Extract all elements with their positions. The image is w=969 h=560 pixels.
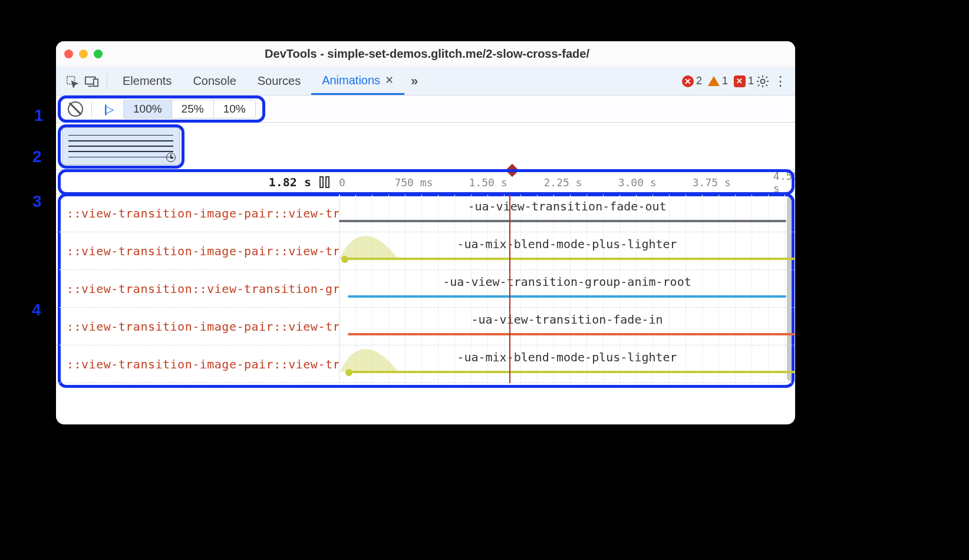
ruler-tick: 1.50 s [469, 176, 507, 188]
track-row[interactable]: ::view-transition::view-transition-gro-u… [56, 270, 795, 308]
capture-strip [56, 123, 795, 170]
titlebar: DevTools - simple-set-demos.glitch.me/2-… [56, 41, 795, 67]
track-lane[interactable]: -ua-mix-blend-mode-plus-lighter [339, 345, 795, 383]
capture-thumb[interactable] [62, 127, 180, 165]
track-row[interactable]: ::view-transition-image-pair::view-tra-u… [56, 232, 795, 270]
error-count: 2 [696, 75, 702, 87]
tab-sources[interactable]: Sources [247, 67, 311, 95]
devtools-window: DevTools - simple-set-demos.glitch.me/2-… [56, 41, 795, 424]
device-toggle-icon[interactable] [82, 71, 102, 91]
track-element-name[interactable]: ::view-transition::view-transition-gro [56, 270, 339, 307]
inspect-element-icon[interactable] [62, 71, 82, 91]
callout-1: 1 [34, 106, 44, 125]
animation-name: -ua-mix-blend-mode-plus-lighter [457, 237, 677, 251]
warning-icon [708, 76, 720, 86]
ruler-tick: 4.50 s [773, 170, 795, 195]
speed-10[interactable]: 10% [213, 100, 256, 118]
track-lane[interactable]: -ua-mix-blend-mode-plus-lighter [339, 232, 795, 269]
speed-100[interactable]: 100% [123, 100, 172, 118]
issue-count: 1 [748, 75, 754, 87]
animation-name: -ua-view-transition-group-anim-root [443, 275, 691, 289]
svg-point-4 [761, 79, 765, 83]
tab-console[interactable]: Console [182, 67, 246, 95]
ruler-tick: 0 [339, 176, 345, 188]
main-tabbar: Elements Console Sources Animations ✕ » … [56, 67, 795, 95]
speed-25[interactable]: 25% [172, 100, 214, 118]
playhead-line[interactable] [509, 195, 510, 383]
close-tab-icon[interactable]: ✕ [385, 74, 394, 87]
svg-rect-3 [94, 79, 98, 86]
animation-toolbar: |▷ 100% 25% 10% [56, 95, 795, 123]
issue-icon: ✕ [734, 75, 746, 87]
track-row[interactable]: ::view-transition-image-pair::view-tra-u… [56, 345, 795, 383]
ruler-tick: 750 ms [394, 176, 433, 188]
track-lane[interactable]: -ua-view-transition-fade-in [339, 308, 795, 345]
easing-curve [339, 235, 398, 258]
animation-bar[interactable] [344, 258, 795, 260]
clear-button[interactable] [68, 101, 83, 117]
tab-elements[interactable]: Elements [112, 67, 182, 95]
animation-bar[interactable] [348, 333, 795, 335]
track-lane[interactable]: -ua-view-transition-group-anim-root [339, 270, 795, 307]
animation-bar[interactable] [339, 220, 786, 222]
window-title: DevTools - simple-set-demos.glitch.me/2-… [103, 47, 752, 61]
timeline-ruler[interactable]: 1.82 s 0750 ms1.50 s2.25 s3.00 s3.75 s4.… [56, 170, 795, 195]
error-icon: ✕ [682, 75, 694, 87]
track-element-name[interactable]: ::view-transition-image-pair::view-tra [56, 308, 339, 345]
track-element-name[interactable]: ::view-transition-image-pair::view-tra [56, 232, 339, 269]
speed-label: 100% [133, 103, 162, 115]
track-element-name[interactable]: ::view-transition-image-pair::view-tra [56, 345, 339, 383]
ruler-tick: 3.75 s [693, 176, 731, 188]
speed-label: 10% [223, 103, 246, 115]
resume-button[interactable]: |▷ [100, 102, 116, 116]
animation-bar[interactable] [348, 295, 786, 298]
close-window-button[interactable] [64, 50, 73, 58]
tab-label: Sources [258, 74, 301, 88]
tab-label: Elements [123, 74, 172, 88]
animation-name: -ua-view-transition-fade-in [471, 312, 663, 327]
current-time: 1.82 s [269, 175, 311, 189]
keyframe-knob[interactable] [341, 256, 348, 263]
track-row[interactable]: ::view-transition-image-pair::view-tra-u… [56, 195, 795, 232]
ruler-scale[interactable]: 0750 ms1.50 s2.25 s3.00 s3.75 s4.50 s [339, 170, 795, 194]
warnings-indicator[interactable]: 1 [708, 75, 728, 87]
issues-indicator[interactable]: ✕ 1 [734, 75, 754, 87]
animation-tracks: ::view-transition-image-pair::view-tra-u… [56, 195, 795, 383]
errors-indicator[interactable]: ✕ 2 [682, 75, 702, 87]
tab-label: Console [193, 74, 236, 88]
zoom-window-button[interactable] [94, 50, 103, 58]
tab-animations[interactable]: Animations ✕ [311, 67, 404, 95]
easing-curve [339, 348, 398, 371]
ruler-tick: 2.25 s [544, 176, 582, 188]
more-menu-icon[interactable]: ⋮ [772, 73, 789, 90]
ruler-tick: 3.00 s [618, 176, 657, 188]
callout-3: 3 [32, 192, 42, 211]
warning-count: 1 [722, 75, 728, 87]
settings-icon[interactable] [754, 73, 772, 90]
minimize-window-button[interactable] [79, 50, 88, 58]
track-row[interactable]: ::view-transition-image-pair::view-tra-u… [56, 308, 795, 345]
animation-bar[interactable] [348, 371, 795, 373]
animation-name: -ua-mix-blend-mode-plus-lighter [457, 350, 677, 364]
more-tabs-icon[interactable]: » [404, 71, 424, 91]
track-lane[interactable]: -ua-view-transition-fade-out [339, 195, 795, 232]
speed-toggle: 100% 25% 10% [124, 100, 256, 118]
clock-icon [166, 153, 176, 162]
tab-label: Animations [322, 74, 380, 87]
callout-2: 2 [32, 147, 42, 166]
animation-name: -ua-view-transition-fade-out [467, 199, 666, 213]
pause-icon[interactable] [319, 176, 329, 188]
track-element-name[interactable]: ::view-transition-image-pair::view-tra [56, 195, 339, 232]
callout-4: 4 [32, 301, 41, 319]
speed-label: 25% [182, 103, 204, 115]
